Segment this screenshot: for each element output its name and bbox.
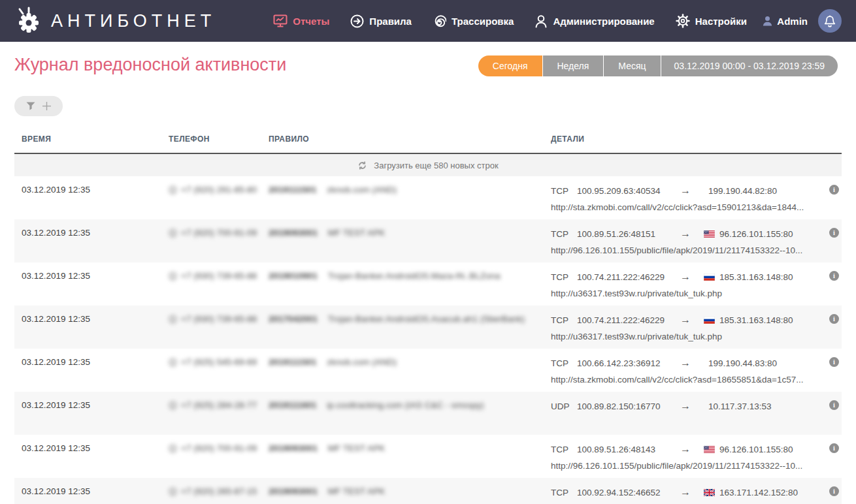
arrow-right-icon: → xyxy=(680,443,691,455)
date-range-display[interactable]: 03.12.2019 00:00 - 03.12.2019 23:59 xyxy=(661,55,838,76)
username: Admin xyxy=(777,16,808,27)
rule-text: zknob.com (AND) xyxy=(327,357,397,367)
connection-line: TCP 100.74.211.222:46229 → 185.31.163.14… xyxy=(551,314,822,326)
destination-address: 185.31.163.148:80 xyxy=(719,272,793,282)
monitor-chart-icon xyxy=(273,14,288,27)
arrow-circle-icon xyxy=(350,14,364,28)
trace-spiral-icon xyxy=(433,14,446,28)
col-header-phone: ТЕЛЕФОН xyxy=(169,134,269,144)
current-user[interactable]: Admin xyxy=(763,16,808,27)
arrow-right-icon: → xyxy=(680,314,691,326)
protocol: TCP xyxy=(551,358,577,368)
nav-item-settings[interactable]: Настройки xyxy=(676,14,747,28)
nav-item-administration[interactable]: Администрирование xyxy=(535,14,654,28)
connection-line: TCP 100.92.94.152:46652 → 163.171.142.15… xyxy=(551,486,822,498)
row-rule: 2019093001 MF TEST APK xyxy=(269,228,551,262)
rule-id: 2019111501 xyxy=(269,357,317,367)
main-nav: Отчеты Правила Трассировка Администриров… xyxy=(273,14,747,28)
nav-item-rules[interactable]: Правила xyxy=(350,14,412,28)
activity-table: ВРЕМЯ ТЕЛЕФОН ПРАВИЛО ДЕТАЛИ Загрузить е… xyxy=(14,134,842,504)
bell-icon xyxy=(824,15,836,27)
page-title: Журнал вредоносной активности xyxy=(14,55,286,75)
phone-number: +7 (920) 700-91-09 xyxy=(181,228,257,238)
row-details: TCP 100.74.211.222:46229 → 185.31.163.14… xyxy=(551,314,822,349)
col-header-rule: ПРАВИЛО xyxy=(269,134,551,144)
info-icon[interactable]: i xyxy=(829,228,839,238)
row-details: TCP 100.92.94.152:46652 → 163.171.142.15… xyxy=(551,486,822,504)
row-phone: +7 (925) 545-69-69 xyxy=(169,357,269,392)
phone-icon xyxy=(169,444,177,453)
phone-number: +7 (920) 291-85-80 xyxy=(181,185,257,195)
nav-label: Администрирование xyxy=(553,16,654,27)
load-more-label: Загрузить еще 580 новых строк xyxy=(374,161,498,170)
row-details: TCP 100.95.209.63:40534 → 199.190.44.82:… xyxy=(551,185,822,219)
row-actions: i xyxy=(822,228,842,262)
table-row: 03.12.2019 12:35 +7 (925) 545-69-69 2019… xyxy=(14,349,842,392)
load-more-button[interactable]: Загрузить еще 580 новых строк xyxy=(14,154,842,176)
protocol: TCP xyxy=(551,272,577,282)
info-icon[interactable]: i xyxy=(829,314,839,324)
row-rule: 2017042001 Trojan-Banker.AndroidOS.Asacu… xyxy=(269,314,551,349)
source-address: 100.89.51.26:48151 xyxy=(577,229,680,239)
source-address: 100.66.142.23:36912 xyxy=(577,358,680,368)
row-phone: +7 (920) 265-87-15 xyxy=(169,486,269,504)
info-icon[interactable]: i xyxy=(829,486,839,496)
protocol: TCP xyxy=(551,445,577,454)
phone-icon xyxy=(169,228,177,238)
request-url: http://96.126.101.155/public/file/apk/20… xyxy=(551,245,822,255)
row-rule: 2019093001 MF TEST APK xyxy=(269,486,551,504)
protocol: TCP xyxy=(551,315,577,325)
nav-item-reports[interactable]: Отчеты xyxy=(273,14,329,27)
info-icon[interactable]: i xyxy=(829,443,839,453)
info-icon[interactable]: i xyxy=(829,400,839,410)
destination-address: 199.190.44.83:80 xyxy=(708,358,777,368)
page-head: Журнал вредоносной активности Сегодня Не… xyxy=(0,42,856,76)
rule-id: 2019093001 xyxy=(269,228,318,238)
plus-icon xyxy=(42,101,52,111)
rule-text: ip.cooltracking.com (IAS C&C - smsspy) xyxy=(327,400,484,410)
table-row: 03.12.2019 12:35 +7 (930) 739-65-88 2019… xyxy=(14,262,842,306)
source-address: 100.92.94.152:46652 xyxy=(577,488,680,497)
rule-id: 2019010901 xyxy=(269,271,318,281)
user-small-icon xyxy=(763,16,772,26)
tab-week[interactable]: Неделя xyxy=(543,55,604,76)
rule-text: zknob.com (AND) xyxy=(327,185,397,195)
protocol: TCP xyxy=(551,186,577,196)
tab-month[interactable]: Месяц xyxy=(604,55,661,76)
app-header: АНТИБОТНЕТ Отчеты Правила Трассировка xyxy=(0,0,856,42)
row-time: 03.12.2019 12:35 xyxy=(22,228,169,262)
flag-ru-icon xyxy=(704,317,715,324)
row-actions: i xyxy=(822,443,842,478)
phone-icon xyxy=(169,272,177,281)
nav-label: Настройки xyxy=(695,16,747,27)
info-icon[interactable]: i xyxy=(829,357,839,367)
rule-text: Trojan-Banker.AndroidOS.Maza-IN..BLZona xyxy=(328,271,501,281)
row-phone: +7 (930) 739-65-88 xyxy=(169,271,269,306)
filter-bar xyxy=(0,76,856,116)
nav-label: Отчеты xyxy=(293,16,329,27)
row-rule: 2019111601 ip.cooltracking.com (IAS C&C … xyxy=(269,400,551,435)
add-filter-button[interactable] xyxy=(14,96,63,116)
connection-line: TCP 100.89.51.26:48143 → xyxy=(551,443,822,455)
protocol: TCP xyxy=(551,488,577,497)
connection-line: TCP 100.74.211.222:46229 → 185.31.163.14… xyxy=(551,271,822,283)
nav-label: Трассировка xyxy=(452,16,514,27)
tab-today[interactable]: Сегодня xyxy=(478,55,543,76)
info-icon[interactable]: i xyxy=(829,271,839,281)
row-rule: 2019111501 zknob.com (AND) xyxy=(269,185,551,219)
flag-us-icon xyxy=(704,446,715,453)
notifications-button[interactable] xyxy=(818,9,842,33)
request-url: http://96.126.101.155/public/file/apk/20… xyxy=(551,461,822,471)
flag-gb-icon xyxy=(704,489,715,496)
rule-id: 2019111501 xyxy=(269,185,317,195)
row-actions: i xyxy=(822,486,842,504)
rule-id: 2017042001 xyxy=(269,314,318,324)
row-time: 03.12.2019 12:35 xyxy=(22,486,169,504)
destination-address: 96.126.101.155:80 xyxy=(719,445,793,454)
nav-item-tracing[interactable]: Трассировка xyxy=(433,14,514,28)
source-address: 100.95.209.63:40534 xyxy=(577,186,680,196)
col-header-details: ДЕТАЛИ xyxy=(551,134,822,144)
rule-text: Trojan-Banker.AndroidOS.Asacub.ah1 (Sber… xyxy=(328,314,525,324)
row-time: 03.12.2019 12:35 xyxy=(22,271,169,306)
info-icon[interactable]: i xyxy=(829,185,839,195)
